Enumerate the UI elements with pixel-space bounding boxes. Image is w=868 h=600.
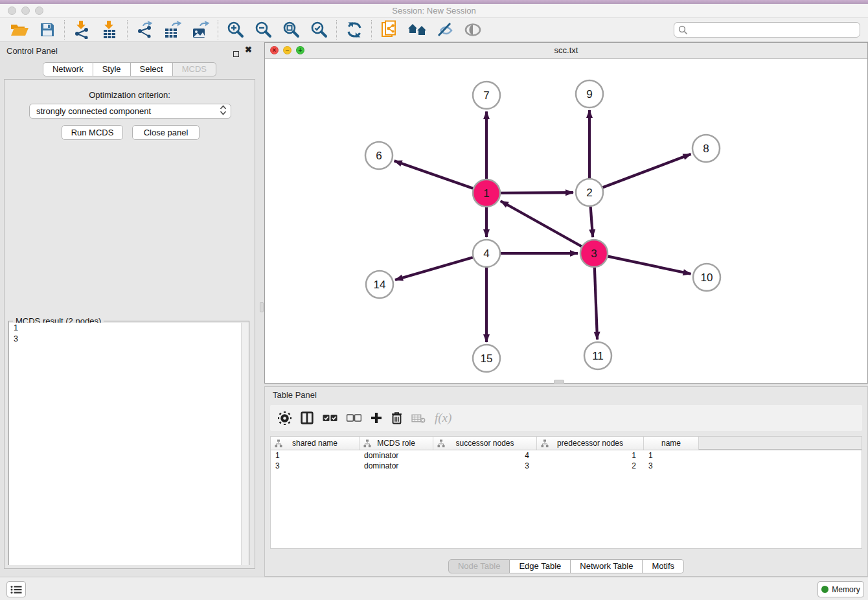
table-cell[interactable]: 3 [644,461,699,471]
delete-row-icon[interactable] [391,408,402,428]
open-session-icon[interactable] [5,19,33,41]
graph-node-14[interactable]: 14 [366,271,393,298]
edge-2-8[interactable] [603,154,691,187]
save-session-icon[interactable] [33,19,61,41]
selected-option: strongly connected component [36,106,151,116]
tab-network-table[interactable]: Network Table [571,559,643,573]
edge-1-2[interactable] [501,192,573,193]
graph-node-2[interactable]: 2 [576,179,603,206]
table-cell[interactable]: 1 [644,450,699,461]
zoom-selected-icon[interactable] [305,19,333,41]
minimize-window-icon[interactable] [21,6,30,15]
close-network-icon[interactable]: × [270,46,279,54]
zoom-window-icon[interactable] [35,6,43,15]
table-cell[interactable]: 4 [433,450,537,461]
table-cell[interactable]: 3 [433,461,537,471]
edge-3-1[interactable] [501,201,582,246]
import-table-icon[interactable] [96,19,124,41]
network-graph[interactable]: 7968124314101511 [265,59,867,383]
column-header-mcds-role[interactable]: MCDS role [360,437,433,450]
svg-text:8: 8 [703,143,709,155]
table-cell[interactable]: dominator [360,461,433,471]
hide-details-icon[interactable] [431,19,459,41]
table-cell[interactable]: 1 [271,450,360,461]
birds-eye-view-icon[interactable] [459,19,486,41]
vertical-splitter[interactable] [259,42,264,577]
column-header-shared-name[interactable]: shared name [271,437,360,450]
edge-2-3[interactable] [591,207,593,237]
graph-node-11[interactable]: 11 [584,342,611,369]
close-panel-icon[interactable]: ✖ [245,47,252,53]
application-window: Session: New Session [0,0,868,600]
zoom-out-icon[interactable] [249,19,277,41]
table-cell[interactable]: 1 [537,450,644,461]
graph-node-10[interactable]: 10 [693,264,720,291]
maximize-network-icon[interactable]: + [296,46,304,54]
graph-node-9[interactable]: 9 [576,80,603,108]
select-all-checkboxes-icon[interactable] [323,408,337,428]
graph-node-7[interactable]: 7 [473,82,500,109]
edge-3-10[interactable] [608,257,691,274]
apply-layout-icon[interactable] [340,19,368,41]
table-row[interactable]: 3dominator323 [271,461,862,471]
search-input[interactable] [688,25,860,34]
settings-gear-icon[interactable] [278,408,291,428]
graph-node-1[interactable]: 1 [473,179,500,207]
column-header-name[interactable]: name [644,437,699,450]
home-icon[interactable] [403,19,431,41]
export-table-icon[interactable] [159,19,187,41]
close-panel-button[interactable]: Close panel [132,125,200,140]
column-header-successor-nodes[interactable]: successor nodes [433,437,537,450]
graph-node-15[interactable]: 15 [473,345,500,372]
run-mcds-button[interactable]: Run MCDS [62,125,123,140]
canvas-resize-grip[interactable] [554,380,564,384]
edge-4-14[interactable] [395,257,473,280]
mcds-result-scrollbar[interactable] [241,323,249,565]
zoom-in-icon[interactable] [222,19,249,41]
function-builder-icon[interactable]: f(x) [435,408,451,428]
tab-node-table[interactable]: Node Table [448,559,510,573]
tab-motifs[interactable]: Motifs [643,559,684,573]
node-table[interactable]: shared nameMCDS rolesuccessor nodesprede… [270,436,862,549]
task-history-button[interactable] [6,581,26,597]
show-column-icon[interactable] [301,408,314,428]
splitter-grip[interactable] [260,302,264,312]
tab-style[interactable]: Style [93,62,131,76]
network-canvas[interactable]: 7968124314101511 [265,59,867,383]
minimize-network-icon[interactable]: – [283,46,291,54]
export-network-icon[interactable] [131,19,159,41]
float-panel-icon[interactable] [233,48,239,60]
table-cell[interactable]: 3 [271,461,360,471]
svg-text:11: 11 [592,350,604,362]
graph-node-3[interactable]: 3 [580,240,608,267]
search-field[interactable] [674,22,860,38]
optimization-criterion-select[interactable]: strongly connected component [29,104,231,119]
edge-1-6[interactable] [394,161,474,188]
tab-mcds[interactable]: MCDS [173,62,216,76]
svg-text:4: 4 [483,248,489,260]
network-window-titlebar[interactable]: × – + scc.txt [265,43,867,59]
main-titlebar[interactable]: Session: New Session [0,4,868,18]
memory-button[interactable]: Memory [817,581,864,597]
network-file-icon[interactable] [375,19,403,41]
tab-edge-table[interactable]: Edge Table [510,559,571,573]
export-image-icon[interactable] [187,19,214,41]
table-cell[interactable]: 2 [537,461,644,471]
mcds-result-list[interactable]: 13 [9,323,241,565]
add-row-icon[interactable] [371,408,382,428]
tab-network[interactable]: Network [43,62,93,76]
import-network-icon[interactable] [68,19,96,41]
deselect-all-checkboxes-icon[interactable] [347,408,361,428]
zoom-fit-icon[interactable] [277,19,305,41]
graph-node-4[interactable]: 4 [473,240,500,267]
tab-select[interactable]: Select [131,62,173,76]
graph-node-8[interactable]: 8 [692,135,720,162]
table-row[interactable]: 1dominator411 [271,450,862,461]
table-tabs: Node TableEdge TableNetwork TableMotifs [265,559,867,573]
delete-table-icon[interactable] [411,408,426,428]
edge-3-11[interactable] [595,268,597,340]
graph-node-6[interactable]: 6 [365,142,393,169]
close-window-icon[interactable] [8,6,16,15]
table-cell[interactable]: dominator [360,450,433,461]
column-header-predecessor-nodes[interactable]: predecessor nodes [537,437,644,450]
